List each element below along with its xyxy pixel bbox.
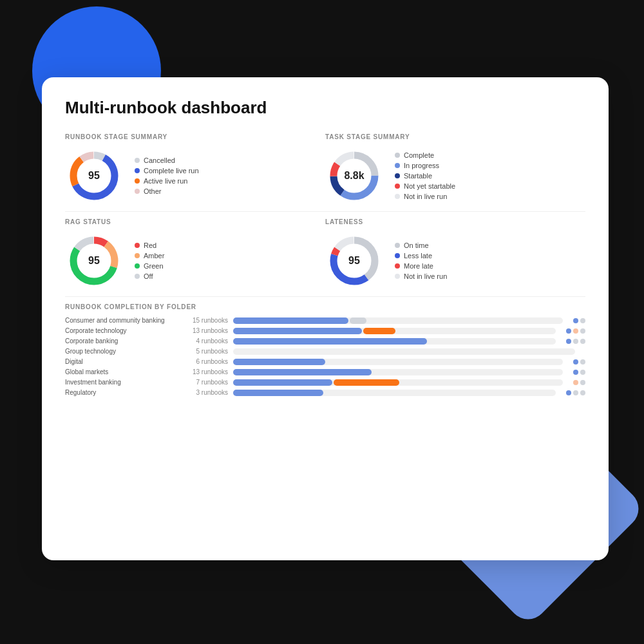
- top-sections-row: RUNBOOK STAGE SUMMARY 95: [65, 133, 585, 205]
- rag-status-value: 95: [88, 255, 100, 267]
- divider-1: [65, 211, 585, 212]
- bar-track: [233, 317, 563, 324]
- legend-label-green: Green: [144, 262, 164, 270]
- legend-label-complete: Complete: [404, 151, 434, 159]
- legend-item-green: Green: [135, 262, 164, 270]
- bar-dot: [573, 380, 578, 385]
- folder-count: 5 runbooks: [186, 348, 228, 355]
- bar-dot: [580, 318, 585, 323]
- bar-segment: [334, 379, 399, 386]
- legend-item-not-in-live-run-task: Not in live run: [395, 193, 455, 200]
- bar-dot: [566, 339, 571, 344]
- legend-dot-red: [135, 243, 140, 248]
- legend-item-on-time: On time: [395, 242, 447, 249]
- legend-item-cancelled: Cancelled: [135, 156, 199, 164]
- folder-count: 7 runbooks: [186, 379, 228, 386]
- bar-dot: [573, 318, 578, 323]
- legend-label-on-time: On time: [404, 242, 429, 249]
- bar-dots: [566, 339, 585, 344]
- folder-count: 3 runbooks: [186, 389, 228, 396]
- bar-track: [233, 379, 563, 386]
- folder-count: 4 runbooks: [186, 337, 228, 345]
- legend-item-red: Red: [135, 242, 164, 249]
- dashboard-card: Multi-runbook dashboard RUNBOOK STAGE SU…: [42, 77, 609, 560]
- folder-row: Digital6 runbooks: [65, 358, 585, 365]
- lateness-section: LATENESS 95 On time: [325, 218, 585, 290]
- legend-dot-other: [135, 189, 140, 194]
- legend-label-other: Other: [144, 187, 162, 195]
- folder-name: Corporate banking: [65, 337, 181, 345]
- bar-dot: [580, 380, 585, 385]
- folder-row: Global markets13 runbooks: [65, 368, 585, 375]
- bar-track: [233, 328, 556, 334]
- lateness-legend: On time Less late More late Not in live …: [395, 242, 447, 280]
- legend-dot-cancelled: [135, 158, 140, 163]
- legend-dot-amber: [135, 253, 140, 258]
- lateness-value: 95: [348, 255, 360, 267]
- legend-label-active-live: Active live run: [144, 177, 187, 185]
- legend-dot-off: [135, 274, 140, 279]
- bar-dots: [573, 370, 585, 375]
- task-stage-legend: Complete In progress Startable Not yet s…: [395, 151, 455, 200]
- legend-dot-not-in-live-run-lateness: [395, 274, 400, 279]
- bar-track: [233, 348, 575, 355]
- bar-segment: [233, 369, 372, 375]
- bar-track: [233, 390, 556, 396]
- bar-track: [233, 338, 556, 345]
- page-title: Multi-runbook dashboard: [65, 98, 585, 118]
- bar-dot: [566, 390, 571, 395]
- bar-dot: [573, 359, 578, 365]
- lateness-donut: 95: [325, 232, 383, 290]
- legend-label-amber: Amber: [144, 252, 164, 260]
- legend-dot-green: [135, 263, 140, 269]
- legend-item-complete-live: Complete live run: [135, 167, 199, 175]
- folder-row: Regulatory3 runbooks: [65, 389, 585, 396]
- folder-row: Corporate banking4 runbooks: [65, 337, 585, 345]
- legend-item-more-late: More late: [395, 262, 447, 270]
- bar-dot: [573, 328, 578, 334]
- legend-label-startable: Startable: [404, 172, 432, 180]
- legend-dot-complete-live: [135, 168, 140, 173]
- legend-item-amber: Amber: [135, 252, 164, 260]
- bar-segment: [233, 338, 427, 345]
- bar-dots: [573, 318, 585, 323]
- task-stage-label: TASK STAGE SUMMARY: [325, 133, 585, 140]
- runbook-stage-value: 95: [88, 170, 100, 182]
- legend-label-not-in-live-run-task: Not in live run: [404, 193, 447, 200]
- folder-count: 15 runbooks: [186, 317, 228, 324]
- legend-dot-in-progress: [395, 163, 400, 168]
- bar-dot: [573, 390, 578, 395]
- folder-row: Investment banking7 runbooks: [65, 379, 585, 386]
- bar-segment: [350, 317, 366, 324]
- runbook-stage-section: RUNBOOK STAGE SUMMARY 95: [65, 133, 325, 205]
- bar-segment: [233, 317, 348, 324]
- bar-dot: [573, 339, 578, 344]
- folder-row: Group technology5 runbooks: [65, 348, 585, 355]
- folder-rows: Consumer and community banking15 runbook…: [65, 317, 585, 396]
- folder-name: Corporate technology: [65, 327, 181, 334]
- folder-count: 13 runbooks: [186, 368, 228, 375]
- legend-label-more-late: More late: [404, 262, 433, 270]
- legend-item-active-live: Active live run: [135, 177, 199, 185]
- runbook-stage-donut-area: 95 Cancelled Complete live run Active li…: [65, 147, 325, 205]
- folder-name: Digital: [65, 358, 181, 365]
- legend-dot-more-late: [395, 263, 400, 269]
- middle-sections-row: RAG STATUS 95 Red: [65, 218, 585, 290]
- bar-dots: [566, 328, 585, 334]
- folder-count: 6 runbooks: [186, 358, 228, 365]
- lateness-donut-area: 95 On time Less late More late: [325, 232, 585, 290]
- task-stage-section: TASK STAGE SUMMARY 8.8k Complete: [325, 133, 585, 205]
- legend-label-less-late: Less late: [404, 252, 432, 260]
- legend-label-not-yet-startable: Not yet startable: [404, 182, 455, 190]
- legend-label-not-in-live-run-lateness: Not in live run: [404, 272, 447, 280]
- bar-dot: [580, 328, 585, 334]
- legend-dot-not-yet-startable: [395, 184, 400, 189]
- rag-status-label: RAG STATUS: [65, 218, 325, 225]
- bar-dot: [580, 370, 585, 375]
- bar-dot: [580, 390, 585, 395]
- legend-dot-on-time: [395, 243, 400, 248]
- folder-name: Group technology: [65, 348, 181, 355]
- folder-row: Corporate technology13 runbooks: [65, 327, 585, 334]
- bar-segment: [363, 328, 395, 334]
- legend-dot-startable: [395, 173, 400, 178]
